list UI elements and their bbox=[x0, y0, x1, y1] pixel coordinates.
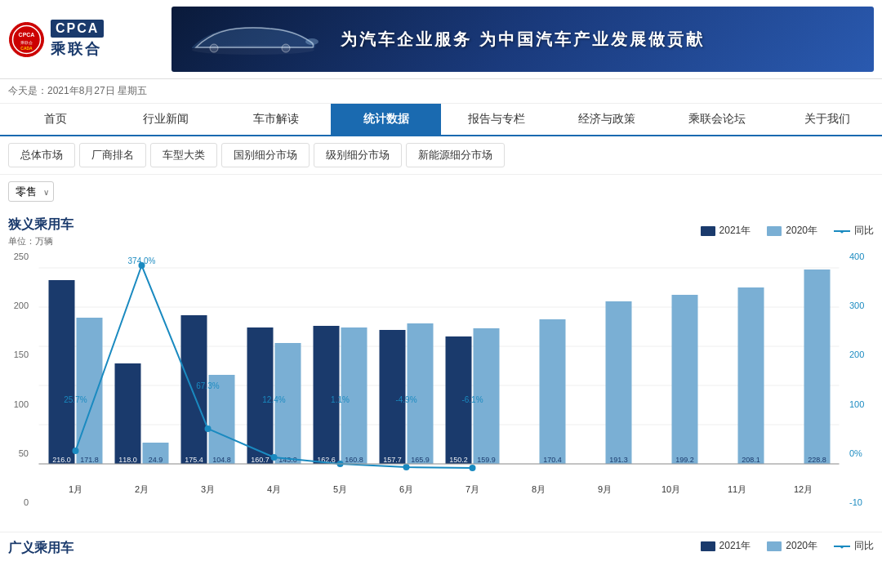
yoy-dot-feb bbox=[139, 262, 145, 269]
svg-text:150.2: 150.2 bbox=[449, 456, 468, 464]
svg-text:CADA: CADA bbox=[20, 46, 33, 51]
svg-text:4月: 4月 bbox=[267, 484, 281, 494]
svg-point-7 bbox=[282, 44, 290, 52]
chart2-legend-2021: 2021年 bbox=[701, 539, 751, 553]
bar-2020-oct bbox=[672, 295, 698, 464]
chart2-legend-2020: 2020年 bbox=[767, 539, 817, 553]
sub-newenergy[interactable]: 新能源细分市场 bbox=[406, 143, 505, 167]
header: CPCA 乘联会 CADA CPCA 乘联合 为汽车企业服务 为中国汽车产业发展 bbox=[0, 0, 882, 79]
chart1-y-right: 400 300 200 100 0% -10 bbox=[845, 252, 874, 532]
svg-text:8月: 8月 bbox=[532, 484, 546, 494]
svg-text:1月: 1月 bbox=[69, 484, 82, 494]
legend-2021: 2021年 bbox=[701, 224, 751, 238]
chart2-legend-2020-label: 2020年 bbox=[786, 539, 817, 553]
bar-2020-nov bbox=[738, 287, 764, 464]
svg-point-8 bbox=[305, 38, 318, 45]
sub-overall[interactable]: 总体市场 bbox=[8, 143, 75, 167]
svg-text:160.8: 160.8 bbox=[345, 456, 363, 464]
logo-area: CPCA 乘联会 CADA CPCA 乘联合 bbox=[8, 20, 155, 59]
svg-text:159.9: 159.9 bbox=[477, 456, 496, 464]
bar-2020-jan bbox=[77, 318, 103, 464]
svg-text:10月: 10月 bbox=[662, 484, 680, 494]
nav-economy[interactable]: 经济与政策 bbox=[551, 104, 662, 135]
bar-2020-jun bbox=[408, 323, 434, 464]
chart1-wrapper: 250 200 150 100 50 0 bbox=[8, 252, 874, 532]
svg-text:-4.9%: -4.9% bbox=[395, 395, 416, 404]
svg-text:12月: 12月 bbox=[794, 484, 813, 494]
chart2-title: 广义乘用车 bbox=[8, 540, 74, 557]
filter-bar: 零售 批发 bbox=[0, 175, 882, 208]
banner: 为汽车企业服务 为中国汽车产业发展做贡献 bbox=[172, 7, 874, 72]
filter-select-wrapper: 零售 批发 bbox=[8, 181, 54, 202]
logo-wrap: CPCA 乘联会 CADA CPCA 乘联合 bbox=[8, 20, 104, 59]
chart2-legend-2021-label: 2021年 bbox=[719, 539, 751, 553]
cpca-circle-logo: CPCA 乘联会 CADA bbox=[8, 21, 45, 58]
chart1-unit: 单位：万辆 bbox=[8, 235, 74, 247]
chart2-legend-yoy-label: 同比 bbox=[854, 539, 874, 553]
svg-text:11月: 11月 bbox=[728, 484, 746, 494]
svg-text:157.7: 157.7 bbox=[383, 456, 402, 464]
bar-2020-aug bbox=[540, 319, 566, 464]
nav-news[interactable]: 行业新闻 bbox=[110, 104, 220, 135]
filter-select[interactable]: 零售 批发 bbox=[8, 181, 54, 202]
legend-2020: 2020年 bbox=[767, 224, 817, 238]
svg-text:1.1%: 1.1% bbox=[331, 395, 350, 404]
svg-text:171.8: 171.8 bbox=[80, 456, 99, 464]
chart2-header: 广义乘用车 2021年 2020年 同比 bbox=[0, 532, 882, 563]
chart2-legend-yoy-line bbox=[834, 546, 850, 547]
nav-market[interactable]: 车市解读 bbox=[220, 104, 331, 135]
chart2-legend-2020-box bbox=[767, 541, 782, 551]
svg-text:104.8: 104.8 bbox=[212, 456, 231, 464]
brand-name: 乘联合 bbox=[51, 39, 104, 59]
banner-car-svg bbox=[180, 19, 327, 60]
svg-text:7月: 7月 bbox=[466, 484, 479, 494]
svg-text:6月: 6月 bbox=[399, 484, 413, 494]
svg-text:67.3%: 67.3% bbox=[196, 381, 219, 390]
nav-stats[interactable]: 统计数据 bbox=[331, 104, 441, 135]
chart2-legend: 2021年 2020年 同比 bbox=[701, 539, 874, 553]
banner-text: 为汽车企业服务 为中国汽车产业发展做贡献 bbox=[341, 29, 705, 51]
chart1-title: 狭义乘用车 bbox=[8, 216, 74, 234]
svg-text:9月: 9月 bbox=[598, 484, 612, 494]
legend-2020-label: 2020年 bbox=[786, 224, 817, 238]
svg-point-6 bbox=[210, 44, 218, 52]
chart1-y-left: 250 200 150 100 50 0 bbox=[8, 252, 33, 532]
nav-home[interactable]: 首页 bbox=[0, 104, 110, 135]
cpca-top: CPCA 乘联会 CADA CPCA 乘联合 bbox=[8, 20, 104, 59]
yoy-dot-jun bbox=[403, 464, 410, 470]
cpca-text: CPCA bbox=[51, 20, 104, 38]
sub-country[interactable]: 国别细分市场 bbox=[221, 143, 310, 167]
svg-text:175.4: 175.4 bbox=[185, 456, 203, 464]
nav-forum[interactable]: 乘联会论坛 bbox=[662, 104, 772, 135]
nav-reports[interactable]: 报告与专栏 bbox=[441, 104, 551, 135]
date-label: 今天是：2021年8月27日 星期五 bbox=[8, 85, 147, 96]
chart1-section: 狭义乘用车 单位：万辆 2021年 2020年 同比 250 200 150 1… bbox=[0, 208, 882, 532]
svg-text:216.0: 216.0 bbox=[52, 456, 71, 464]
bar-2020-dec bbox=[804, 270, 831, 464]
main-nav: 首页 行业新闻 车市解读 统计数据 报告与专栏 经济与政策 乘联会论坛 关于我们 bbox=[0, 104, 882, 136]
bar-2021-jan bbox=[49, 280, 75, 464]
svg-text:25.7%: 25.7% bbox=[64, 395, 87, 404]
svg-text:165.9: 165.9 bbox=[411, 456, 430, 464]
nav-about[interactable]: 关于我们 bbox=[772, 104, 882, 135]
legend-yoy-label: 同比 bbox=[854, 224, 874, 238]
svg-text:5月: 5月 bbox=[333, 484, 347, 494]
sub-level[interactable]: 级别细分市场 bbox=[314, 143, 402, 167]
sub-type[interactable]: 车型大类 bbox=[150, 143, 217, 167]
legend-2021-label: 2021年 bbox=[719, 224, 751, 238]
yoy-dot-apr bbox=[271, 454, 278, 461]
yoy-dot-jul bbox=[470, 465, 476, 471]
chart2-legend-2021-box bbox=[701, 541, 715, 551]
legend-yoy-line bbox=[834, 230, 850, 232]
date-bar: 今天是：2021年8月27日 星期五 bbox=[0, 79, 882, 104]
yoy-dot-mar bbox=[205, 425, 212, 432]
chart1-svg: 216.0 171.8 1月 25.7% 118.0 24.9 2月 374.0… bbox=[33, 252, 845, 529]
sub-manufacturer[interactable]: 厂商排名 bbox=[79, 143, 146, 167]
svg-text:12.4%: 12.4% bbox=[262, 395, 285, 404]
yoy-dot-jan bbox=[73, 448, 79, 454]
svg-text:-6.1%: -6.1% bbox=[461, 395, 483, 404]
svg-text:2月: 2月 bbox=[135, 484, 149, 494]
chart2-legend-yoy: 同比 bbox=[834, 539, 874, 553]
svg-text:CPCA: CPCA bbox=[19, 32, 35, 38]
svg-text:乘联会: 乘联会 bbox=[20, 40, 33, 45]
